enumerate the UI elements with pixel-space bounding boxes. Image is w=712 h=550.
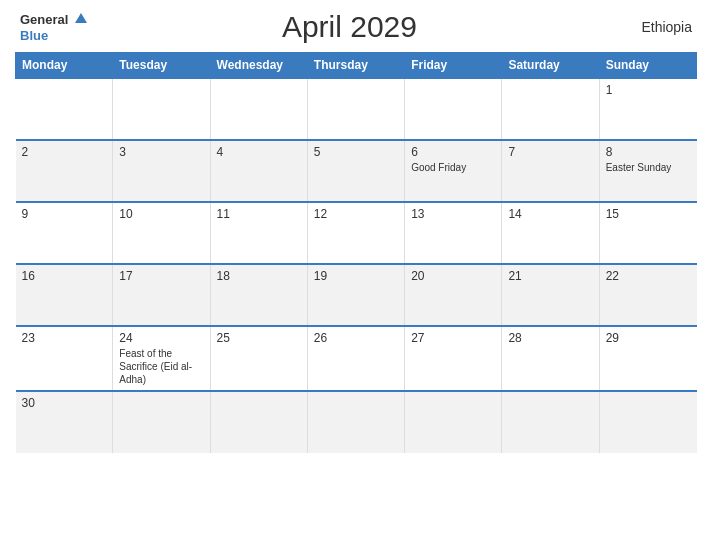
calendar-cell: 30 bbox=[16, 391, 113, 453]
date-number: 6 bbox=[411, 145, 495, 159]
col-thursday: Thursday bbox=[307, 53, 404, 79]
col-saturday: Saturday bbox=[502, 53, 599, 79]
calendar-cell: 13 bbox=[405, 202, 502, 264]
logo-general-text: General bbox=[20, 12, 68, 27]
date-number: 8 bbox=[606, 145, 691, 159]
country-label: Ethiopia bbox=[612, 19, 692, 35]
event-label: Good Friday bbox=[411, 161, 495, 174]
date-number: 25 bbox=[217, 331, 301, 345]
calendar-cell: 4 bbox=[210, 140, 307, 202]
calendar-week-row: 1 bbox=[16, 78, 697, 140]
calendar-week-row: 30 bbox=[16, 391, 697, 453]
calendar-cell: 14 bbox=[502, 202, 599, 264]
calendar-cell: 24Feast of the Sacrifice (Eid al-Adha) bbox=[113, 326, 210, 391]
calendar-page: General Blue April 2029 Ethiopia Monday … bbox=[0, 0, 712, 550]
date-number: 18 bbox=[217, 269, 301, 283]
calendar-cell: 10 bbox=[113, 202, 210, 264]
calendar-cell: 21 bbox=[502, 264, 599, 326]
calendar-cell bbox=[113, 391, 210, 453]
calendar-cell: 22 bbox=[599, 264, 696, 326]
calendar-cell: 27 bbox=[405, 326, 502, 391]
calendar-cell: 20 bbox=[405, 264, 502, 326]
date-number: 30 bbox=[22, 396, 107, 410]
logo-top: General bbox=[20, 11, 87, 27]
calendar-cell: 3 bbox=[113, 140, 210, 202]
calendar-cell: 5 bbox=[307, 140, 404, 202]
calendar-cell: 2 bbox=[16, 140, 113, 202]
calendar-cell: 16 bbox=[16, 264, 113, 326]
calendar-cell: 11 bbox=[210, 202, 307, 264]
calendar-week-row: 16171819202122 bbox=[16, 264, 697, 326]
col-tuesday: Tuesday bbox=[113, 53, 210, 79]
calendar-cell: 12 bbox=[307, 202, 404, 264]
calendar-cell bbox=[16, 78, 113, 140]
date-number: 14 bbox=[508, 207, 592, 221]
date-number: 9 bbox=[22, 207, 107, 221]
col-sunday: Sunday bbox=[599, 53, 696, 79]
calendar-cell: 29 bbox=[599, 326, 696, 391]
calendar-week-row: 9101112131415 bbox=[16, 202, 697, 264]
event-label: Feast of the Sacrifice (Eid al-Adha) bbox=[119, 347, 203, 386]
calendar-cell: 28 bbox=[502, 326, 599, 391]
date-number: 10 bbox=[119, 207, 203, 221]
date-number: 22 bbox=[606, 269, 691, 283]
date-number: 20 bbox=[411, 269, 495, 283]
event-label: Easter Sunday bbox=[606, 161, 691, 174]
calendar-cell: 23 bbox=[16, 326, 113, 391]
calendar-cell: 15 bbox=[599, 202, 696, 264]
date-number: 28 bbox=[508, 331, 592, 345]
date-number: 17 bbox=[119, 269, 203, 283]
date-number: 4 bbox=[217, 145, 301, 159]
col-friday: Friday bbox=[405, 53, 502, 79]
calendar-cell: 19 bbox=[307, 264, 404, 326]
calendar-cell bbox=[210, 78, 307, 140]
date-number: 7 bbox=[508, 145, 592, 159]
calendar-cell bbox=[307, 391, 404, 453]
calendar-cell: 25 bbox=[210, 326, 307, 391]
date-number: 16 bbox=[22, 269, 107, 283]
logo-bottom: Blue bbox=[20, 27, 87, 43]
calendar-cell: 18 bbox=[210, 264, 307, 326]
logo-blue-text: Blue bbox=[20, 28, 48, 43]
calendar-title: April 2029 bbox=[87, 10, 612, 44]
date-number: 13 bbox=[411, 207, 495, 221]
header: General Blue April 2029 Ethiopia bbox=[15, 10, 697, 44]
calendar-cell: 9 bbox=[16, 202, 113, 264]
date-number: 27 bbox=[411, 331, 495, 345]
col-wednesday: Wednesday bbox=[210, 53, 307, 79]
calendar-week-row: 23456Good Friday78Easter Sunday bbox=[16, 140, 697, 202]
calendar-table: Monday Tuesday Wednesday Thursday Friday… bbox=[15, 52, 697, 453]
date-number: 23 bbox=[22, 331, 107, 345]
date-number: 12 bbox=[314, 207, 398, 221]
calendar-cell: 17 bbox=[113, 264, 210, 326]
date-number: 24 bbox=[119, 331, 203, 345]
date-number: 21 bbox=[508, 269, 592, 283]
date-number: 1 bbox=[606, 83, 691, 97]
col-monday: Monday bbox=[16, 53, 113, 79]
date-number: 5 bbox=[314, 145, 398, 159]
calendar-cell bbox=[113, 78, 210, 140]
date-number: 15 bbox=[606, 207, 691, 221]
calendar-cell: 26 bbox=[307, 326, 404, 391]
date-number: 3 bbox=[119, 145, 203, 159]
calendar-cell bbox=[405, 78, 502, 140]
date-number: 19 bbox=[314, 269, 398, 283]
calendar-cell: 6Good Friday bbox=[405, 140, 502, 202]
calendar-cell bbox=[502, 78, 599, 140]
date-number: 26 bbox=[314, 331, 398, 345]
calendar-header-row: Monday Tuesday Wednesday Thursday Friday… bbox=[16, 53, 697, 79]
calendar-cell bbox=[502, 391, 599, 453]
calendar-cell bbox=[307, 78, 404, 140]
logo: General Blue bbox=[20, 11, 87, 43]
calendar-cell bbox=[405, 391, 502, 453]
date-number: 2 bbox=[22, 145, 107, 159]
date-number: 11 bbox=[217, 207, 301, 221]
calendar-cell bbox=[599, 391, 696, 453]
calendar-cell: 8Easter Sunday bbox=[599, 140, 696, 202]
calendar-cell: 1 bbox=[599, 78, 696, 140]
calendar-cell bbox=[210, 391, 307, 453]
logo-triangle-icon bbox=[75, 13, 87, 23]
calendar-week-row: 2324Feast of the Sacrifice (Eid al-Adha)… bbox=[16, 326, 697, 391]
date-number: 29 bbox=[606, 331, 691, 345]
calendar-cell: 7 bbox=[502, 140, 599, 202]
